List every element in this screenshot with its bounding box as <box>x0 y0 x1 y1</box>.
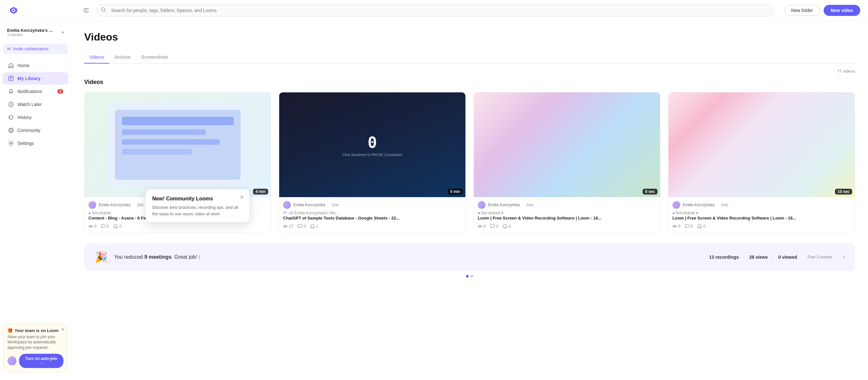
sidebar-item-home[interactable]: Home <box>3 59 68 72</box>
video-title: Loom | Free Screen & Video Recording Sof… <box>478 215 656 221</box>
comments-count: 0 <box>691 224 693 229</box>
library-icon <box>8 75 14 82</box>
globe-icon <box>8 127 14 134</box>
author-avatar <box>672 201 680 209</box>
reactions-count: 1 <box>316 224 318 229</box>
tab-screenshots[interactable]: Screenshots <box>136 51 173 63</box>
video-shared: ● Not shared ▾ <box>672 211 851 215</box>
video-card[interactable]: 0 Click anywhere to PAUSE Countdown 5 mi… <box>279 92 466 233</box>
community-looms-popup: ✕ New! Community Looms Discover best pra… <box>146 189 249 222</box>
author-avatar <box>283 201 291 209</box>
main-content: Videos Videos Archive Screenshots 77 vid… <box>71 21 868 380</box>
views-stat-block: 28 views <box>749 255 768 260</box>
separator: · <box>717 203 718 207</box>
sidebar-item-label-my-library: My Library <box>18 76 40 81</box>
reactions-stat: 0 <box>503 224 511 229</box>
home-icon <box>8 62 14 69</box>
comments-stat: 0 <box>490 224 498 229</box>
svg-rect-22 <box>122 149 192 155</box>
comments-stat: 0 <box>298 224 306 229</box>
sidebar-item-community[interactable]: Community <box>3 124 68 137</box>
video-stats: 17 0 1 <box>283 224 462 229</box>
svg-rect-35 <box>685 224 689 227</box>
comments-stat: 0 <box>101 224 109 229</box>
svg-rect-29 <box>298 224 302 227</box>
svg-rect-20 <box>122 129 206 135</box>
carousel-dot-2[interactable] <box>471 275 473 277</box>
sidebar-item-label-settings: Settings <box>18 141 34 146</box>
sidebar-item-watch-later[interactable]: Watch Later <box>3 98 68 111</box>
stats-text: You reduced 9 meetings. Great job! ℹ <box>114 254 703 260</box>
video-author: Emilia Korczyńska <box>683 203 714 207</box>
video-time: 1mo <box>526 203 533 207</box>
workspace-selector[interactable]: Emilia Korczyńska's Wo... 1 member ▾ <box>3 25 68 40</box>
thumbnail-image <box>669 92 855 197</box>
popup-title: New! Community Looms <box>152 196 243 202</box>
invite-collaborators-button[interactable]: ✉ Invite collaborators <box>3 44 68 54</box>
tab-archive[interactable]: Archive <box>110 51 136 63</box>
svg-point-16 <box>10 143 12 144</box>
author-avatar <box>88 201 96 209</box>
video-card[interactable]: 8 sec Emilia Korczyńska · 1mo ● Not shar… <box>473 92 660 233</box>
workspace-name: Emilia Korczyńska's Wo... <box>7 28 56 33</box>
svg-rect-10 <box>10 79 12 79</box>
new-video-button[interactable]: New video <box>824 5 860 16</box>
svg-rect-32 <box>491 224 495 227</box>
reactions-stat: 0 <box>113 224 121 229</box>
reactions-count: 0 <box>703 224 705 229</box>
main-layout: Emilia Korczyńska's Wo... 1 member ▾ ✉ I… <box>0 21 868 380</box>
views-count: 0 <box>678 224 680 229</box>
sidebar-item-label-history: History <box>18 115 32 120</box>
svg-line-7 <box>104 10 106 12</box>
party-icon: 🎁 <box>7 328 12 333</box>
history-icon <box>8 114 14 121</box>
loom-logo <box>8 4 20 16</box>
sidebar-item-label-community: Community <box>18 128 40 133</box>
workspace-info: Emilia Korczyńska's Wo... 1 member <box>7 28 56 37</box>
video-card[interactable]: 10 sec Emilia Korczyńska · 1mo ● Not sha… <box>668 92 855 233</box>
thumbnail-image <box>474 92 660 197</box>
carousel-dots <box>84 275 855 277</box>
views-stat: 0 <box>478 224 486 229</box>
views-count: 0 <box>94 224 96 229</box>
comments-count: 0 <box>496 224 498 229</box>
section-label: Videos <box>84 79 855 86</box>
sidebar-toggle-button[interactable] <box>81 5 91 16</box>
info-icon[interactable]: ℹ <box>198 255 200 260</box>
svg-point-25 <box>114 224 118 228</box>
video-thumbnail: 0 Click anywhere to PAUSE Countdown 5 mi… <box>279 92 465 197</box>
team-notification: ✕ 🎁 Your team is on Loom Allow your team… <box>3 324 68 372</box>
svg-rect-19 <box>122 117 234 125</box>
sidebar-item-settings[interactable]: Settings <box>3 137 68 149</box>
svg-rect-5 <box>84 12 89 12</box>
sidebar-item-notifications[interactable]: Notifications 3 <box>3 85 68 97</box>
viewed-num: 0 viewed <box>778 255 797 260</box>
popup-close-button[interactable]: ✕ <box>238 193 246 201</box>
notifications-badge: 3 <box>57 89 63 94</box>
stats-arrow-button[interactable]: › <box>843 254 845 260</box>
topbar: New folder New video <box>0 0 868 21</box>
page-title: Videos <box>84 31 855 43</box>
svg-rect-24 <box>101 224 105 227</box>
views-count: 0 <box>484 224 486 229</box>
carousel-dot-1[interactable] <box>466 275 469 277</box>
video-time: 1mo <box>721 203 728 207</box>
video-info: Emilia Korczyńska · 1mo ● Not shared ▾ L… <box>474 197 660 232</box>
search-icon <box>101 7 106 13</box>
tab-videos[interactable]: Videos <box>84 51 110 63</box>
sidebar: Emilia Korczyńska's Wo... 1 member ▾ ✉ I… <box>0 21 71 380</box>
sidebar-item-my-library[interactable]: My Library <box>3 72 68 85</box>
stats-right: 13 recordings 28 views 0 viewed Past 3 m… <box>709 254 845 260</box>
videos-count: 77 videos <box>837 69 855 74</box>
duration-badge: 10 sec <box>835 189 852 195</box>
team-notification-close[interactable]: ✕ <box>61 327 65 332</box>
video-stats: 0 0 0 <box>672 224 851 229</box>
sidebar-item-history[interactable]: History <box>3 111 68 123</box>
recordings-stat-block: 13 recordings <box>709 255 739 260</box>
new-folder-button[interactable]: New folder <box>784 5 820 16</box>
bell-icon <box>8 88 14 95</box>
search-input[interactable] <box>96 4 774 17</box>
auto-join-button[interactable]: Turn on auto-join → <box>19 354 63 368</box>
team-notification-title: 🎁 Your team is on Loom <box>7 328 63 333</box>
video-meta-row: Emilia Korczyńska · 1mo <box>672 201 851 209</box>
